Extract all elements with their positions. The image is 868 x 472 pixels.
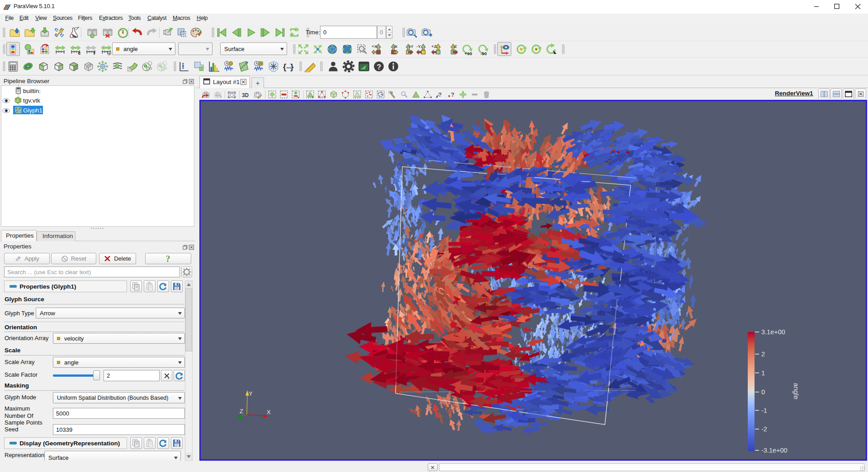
svg-text:{: { — [283, 62, 286, 71]
svg-text:+Y: +Y — [408, 44, 413, 49]
svg-text:?: ? — [451, 91, 454, 98]
svg-text:-Z: -Z — [453, 44, 457, 49]
svg-text:+X: +X — [372, 44, 377, 49]
svg-text:-2: -2 — [761, 425, 767, 433]
svg-text:}: } — [290, 62, 293, 71]
svg-text:+Z: +Z — [431, 44, 437, 49]
svg-text:-90: -90 — [481, 51, 487, 55]
svg-text:X: X — [267, 409, 271, 416]
svg-text:?: ? — [438, 91, 442, 98]
svg-text:2: 2 — [761, 350, 765, 358]
svg-text:3.1e+00: 3.1e+00 — [761, 328, 785, 336]
svg-text:3D: 3D — [242, 92, 249, 98]
svg-text:-Y: -Y — [416, 44, 421, 49]
svg-text:-X: -X — [393, 44, 398, 49]
svg-text:angle: angle — [793, 383, 800, 400]
svg-text:-1: -1 — [761, 407, 767, 414]
svg-text:?: ? — [166, 254, 170, 264]
svg-text:1: 1 — [761, 369, 765, 377]
svg-text:+90: +90 — [465, 51, 472, 55]
svg-text:t: t — [93, 50, 95, 55]
svg-text:Y: Y — [249, 390, 253, 397]
svg-text:?: ? — [377, 63, 381, 71]
svg-text:-3.1e+00: -3.1e+00 — [761, 447, 788, 454]
svg-text:0: 0 — [761, 388, 765, 396]
svg-text:Z: Z — [240, 408, 243, 415]
svg-text:c: c — [78, 50, 80, 55]
